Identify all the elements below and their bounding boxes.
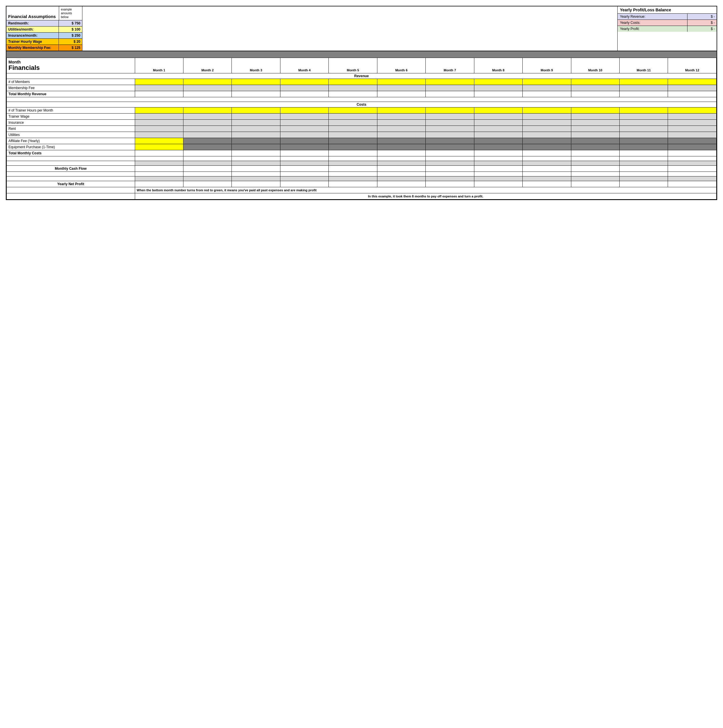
- num-members-m10[interactable]: [571, 79, 619, 85]
- monthly-cash-flow-m6[interactable]: [377, 166, 425, 172]
- trainer-wage-m1[interactable]: [135, 113, 183, 120]
- trainer-wage-m3[interactable]: [232, 113, 280, 120]
- total-monthly-revenue-m8[interactable]: [474, 91, 523, 97]
- insurance-m3[interactable]: [232, 120, 280, 126]
- trainer-wage-m7[interactable]: [426, 113, 474, 120]
- profit-loss-value-costs[interactable]: $ -: [688, 20, 717, 26]
- trainer-wage-m8[interactable]: [474, 113, 523, 120]
- num-members-m3[interactable]: [232, 79, 280, 85]
- trainer-hours-m8[interactable]: [474, 107, 523, 113]
- rent-m12[interactable]: [668, 126, 717, 132]
- num-members-m9[interactable]: [523, 79, 571, 85]
- membership-fee-m11[interactable]: [619, 85, 668, 91]
- equipment-purchase-m1[interactable]: [135, 144, 183, 150]
- assumption-value-membership[interactable]: $ 125: [59, 45, 82, 50]
- affiliate-fee-m1[interactable]: [135, 138, 183, 144]
- yearly-net-profit-m1[interactable]: [135, 181, 183, 187]
- utilities-m7[interactable]: [426, 132, 474, 138]
- rent-m8[interactable]: [474, 126, 523, 132]
- yearly-net-profit-m8[interactable]: [474, 181, 523, 187]
- trainer-wage-m12[interactable]: [668, 113, 717, 120]
- insurance-m5[interactable]: [329, 120, 377, 126]
- affiliate-fee-m4[interactable]: [280, 138, 329, 144]
- trainer-hours-m10[interactable]: [571, 107, 619, 113]
- rent-m1[interactable]: [135, 126, 183, 132]
- trainer-hours-m2[interactable]: [183, 107, 232, 113]
- yearly-net-profit-m11[interactable]: [619, 181, 668, 187]
- insurance-m1[interactable]: [135, 120, 183, 126]
- rent-m9[interactable]: [523, 126, 571, 132]
- trainer-wage-m6[interactable]: [377, 113, 425, 120]
- membership-fee-m12[interactable]: [668, 85, 717, 91]
- trainer-hours-m6[interactable]: [377, 107, 425, 113]
- num-members-m11[interactable]: [619, 79, 668, 85]
- insurance-m6[interactable]: [377, 120, 425, 126]
- total-monthly-revenue-m4[interactable]: [280, 91, 329, 97]
- monthly-cash-flow-m2[interactable]: [183, 166, 232, 172]
- trainer-hours-m7[interactable]: [426, 107, 474, 113]
- yearly-net-profit-m2[interactable]: [183, 181, 232, 187]
- total-monthly-costs-m9[interactable]: [523, 150, 571, 156]
- utilities-m9[interactable]: [523, 132, 571, 138]
- trainer-hours-m9[interactable]: [523, 107, 571, 113]
- total-monthly-revenue-m3[interactable]: [232, 91, 280, 97]
- yearly-net-profit-m12[interactable]: [668, 181, 717, 187]
- profit-loss-value-profit[interactable]: $ -: [688, 26, 717, 32]
- rent-m7[interactable]: [426, 126, 474, 132]
- trainer-wage-m11[interactable]: [619, 113, 668, 120]
- membership-fee-m5[interactable]: [329, 85, 377, 91]
- insurance-m7[interactable]: [426, 120, 474, 126]
- equipment-purchase-m12[interactable]: [668, 144, 717, 150]
- trainer-hours-m4[interactable]: [280, 107, 329, 113]
- monthly-cash-flow-m1[interactable]: [135, 166, 183, 172]
- rent-m4[interactable]: [280, 126, 329, 132]
- total-monthly-revenue-m10[interactable]: [571, 91, 619, 97]
- yearly-net-profit-m4[interactable]: [280, 181, 329, 187]
- total-monthly-revenue-m11[interactable]: [619, 91, 668, 97]
- num-members-m8[interactable]: [474, 79, 523, 85]
- num-members-m1[interactable]: [135, 79, 183, 85]
- monthly-cash-flow-m7[interactable]: [426, 166, 474, 172]
- num-members-m7[interactable]: [426, 79, 474, 85]
- num-members-m5[interactable]: [329, 79, 377, 85]
- trainer-hours-m12[interactable]: [668, 107, 717, 113]
- rent-m3[interactable]: [232, 126, 280, 132]
- trainer-hours-m11[interactable]: [619, 107, 668, 113]
- equipment-purchase-m2[interactable]: [183, 144, 232, 150]
- utilities-m12[interactable]: [668, 132, 717, 138]
- total-monthly-revenue-m2[interactable]: [183, 91, 232, 97]
- monthly-cash-flow-m10[interactable]: [571, 166, 619, 172]
- equipment-purchase-m11[interactable]: [619, 144, 668, 150]
- profit-loss-value-revenue[interactable]: $ -: [688, 14, 717, 20]
- utilities-m4[interactable]: [280, 132, 329, 138]
- affiliate-fee-m2[interactable]: [183, 138, 232, 144]
- monthly-cash-flow-m5[interactable]: [329, 166, 377, 172]
- rent-m6[interactable]: [377, 126, 425, 132]
- equipment-purchase-m5[interactable]: [329, 144, 377, 150]
- num-members-m2[interactable]: [183, 79, 232, 85]
- utilities-m3[interactable]: [232, 132, 280, 138]
- trainer-wage-m10[interactable]: [571, 113, 619, 120]
- equipment-purchase-m7[interactable]: [426, 144, 474, 150]
- rent-m11[interactable]: [619, 126, 668, 132]
- equipment-purchase-m8[interactable]: [474, 144, 523, 150]
- assumption-value-insurance[interactable]: $ 250: [59, 33, 82, 38]
- total-monthly-revenue-m12[interactable]: [668, 91, 717, 97]
- total-monthly-revenue-m6[interactable]: [377, 91, 425, 97]
- rent-m2[interactable]: [183, 126, 232, 132]
- utilities-m11[interactable]: [619, 132, 668, 138]
- trainer-hours-m5[interactable]: [329, 107, 377, 113]
- monthly-cash-flow-m12[interactable]: [668, 166, 717, 172]
- affiliate-fee-m5[interactable]: [329, 138, 377, 144]
- equipment-purchase-m6[interactable]: [377, 144, 425, 150]
- monthly-cash-flow-m3[interactable]: [232, 166, 280, 172]
- membership-fee-m9[interactable]: [523, 85, 571, 91]
- membership-fee-m6[interactable]: [377, 85, 425, 91]
- yearly-net-profit-m10[interactable]: [571, 181, 619, 187]
- membership-fee-m4[interactable]: [280, 85, 329, 91]
- rent-m5[interactable]: [329, 126, 377, 132]
- trainer-wage-m5[interactable]: [329, 113, 377, 120]
- trainer-hours-m3[interactable]: [232, 107, 280, 113]
- num-members-m6[interactable]: [377, 79, 425, 85]
- utilities-m1[interactable]: [135, 132, 183, 138]
